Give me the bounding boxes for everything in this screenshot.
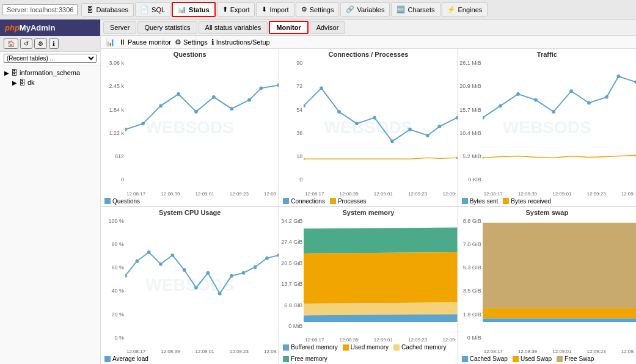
svg-point-16: [408, 128, 412, 131]
svg-memory: [304, 217, 457, 323]
y-axis-connections: 90725436180: [279, 59, 304, 184]
chart-questions-title: Questions: [101, 49, 279, 59]
legend-item-bytes-received: Bytes received: [503, 198, 551, 205]
svg-traffic: [483, 59, 636, 165]
svg-marker-48: [304, 227, 457, 253]
tab-engines[interactable]: ⚡Engines: [442, 2, 488, 16]
sub-tab-advisor[interactable]: Advisor: [310, 21, 346, 34]
sub-navigation: Server Query statistics All status varia…: [101, 20, 636, 36]
x-axis-traffic: 12:08:1712:08:3912:09:0112:09:2312:09:: [483, 191, 636, 197]
tab-variables[interactable]: 🔗Variables: [340, 2, 390, 16]
legend-swap: Cached Swap Used Swap Free Swap: [458, 354, 636, 364]
settings-icon: ⚙: [301, 5, 307, 13]
legend-color-avg-load: [104, 356, 111, 362]
instructions-btn[interactable]: ℹ Instructions/Setup: [211, 38, 270, 46]
chart-memory-area: WEBSODS 34.2 GiB27.4 GiB20.5 GiB13.7 GiB…: [279, 217, 457, 343]
svg-point-2: [159, 104, 163, 107]
svg-point-9: [277, 84, 279, 87]
sidebar-home-btn[interactable]: 🏠: [4, 38, 18, 49]
main-layout: phpMyAdmin 🏠 ↺ ⚙ ℹ (Recent tables) ... ▶…: [0, 20, 636, 364]
sidebar-info-btn[interactable]: ℹ: [49, 38, 59, 49]
svg-point-37: [159, 262, 163, 266]
chart-connections: Connections / Processes WEBSODS 90725436…: [279, 49, 457, 206]
svg-marker-53: [483, 308, 636, 318]
svg-point-40: [194, 286, 198, 289]
sidebar-settings-btn[interactable]: ⚙: [34, 38, 47, 49]
svg-point-26: [552, 110, 555, 114]
sub-tab-query-statistics[interactable]: Query statistics: [137, 21, 197, 34]
content-area: Server Query statistics All status varia…: [101, 20, 636, 364]
pause-icon: ⏸: [119, 38, 126, 46]
svg-point-3: [177, 92, 180, 96]
legend-item-used-memory: Used memory: [343, 344, 389, 351]
svg-point-7: [247, 98, 251, 102]
svg-questions: [125, 59, 279, 165]
chart-questions-area: WEBSODS 3.06 k2.45 k1.84 k1.22 k6120: [101, 59, 279, 197]
sql-icon: 📄: [141, 5, 149, 13]
svg-point-17: [426, 134, 429, 137]
legend-item-processes: Processes: [330, 198, 367, 205]
chart-swap-title: System swap: [458, 207, 636, 217]
db-item-dk[interactable]: ▶ 🗄 dk: [2, 78, 98, 87]
svg-point-15: [390, 139, 394, 143]
db-icon: 🗄: [11, 69, 18, 76]
legend-color-bytes-sent: [462, 198, 468, 204]
db-item-information-schema[interactable]: ▶ 🗄 information_schema: [2, 68, 98, 78]
sub-tab-server[interactable]: Server: [103, 21, 136, 34]
chart-connections-area: WEBSODS 90725436180: [279, 59, 457, 197]
chart-traffic-area: WEBSODS 26.1 MiB20.9 MiB15.7 MiB10.4 MiB…: [458, 59, 636, 197]
svg-point-8: [259, 86, 263, 90]
legend-color-cached-swap: [462, 356, 468, 362]
sub-tab-all-status-variables[interactable]: All status variables: [199, 21, 268, 34]
x-axis-questions: 12:08:1712:08:3912:09:0112:09:2312:09:: [125, 191, 279, 197]
monitor-settings-btn[interactable]: ⚙ Settings: [175, 38, 208, 46]
recent-tables-select[interactable]: (Recent tables) ...: [4, 54, 97, 63]
legend-item-used-swap: Used Swap: [513, 355, 552, 362]
tab-status[interactable]: 📊Status: [172, 2, 216, 17]
tab-charsets[interactable]: 🔤Charsets: [391, 2, 440, 16]
legend-color-processes: [330, 198, 336, 204]
tab-sql[interactable]: 📄SQL: [135, 2, 170, 16]
tab-export[interactable]: ⬆Export: [217, 2, 255, 16]
legend-item-free-memory: Free memory: [283, 355, 327, 362]
svg-point-14: [373, 116, 376, 120]
legend-memory: Buffered memory Used memory Cached memor…: [279, 343, 457, 364]
tab-databases[interactable]: 🗄Databases: [81, 3, 134, 16]
legend-item-free-swap: Free Swap: [557, 355, 594, 362]
chart-swap: System swap WEBSODS 8.8 GiB7.0 GiB5.3 Gi…: [458, 207, 636, 365]
x-axis-cpu: 12:08:1712:08:3912:09:0112:09:2312:09:: [125, 349, 279, 354]
svg-point-21: [456, 156, 458, 159]
charts-grid: Questions WEBSODS 3.06 k2.45 k1.84 k1.22…: [101, 49, 636, 364]
gear-icon: ⚙: [175, 38, 181, 46]
svg-point-4: [194, 110, 198, 114]
recent-tables-selector[interactable]: (Recent tables) ...: [0, 52, 100, 65]
server-label: Server: localhost:3306: [2, 4, 78, 15]
info-icon: ℹ: [211, 38, 214, 46]
legend-color-used-memory: [343, 344, 349, 351]
svg-point-47: [277, 253, 279, 257]
chart-questions: Questions WEBSODS 3.06 k2.45 k1.84 k1.22…: [101, 49, 279, 206]
legend-color-questions: [104, 198, 111, 204]
legend-connections: Connections Processes: [279, 197, 457, 206]
sub-tab-monitor[interactable]: Monitor: [269, 21, 308, 34]
svg-point-5: [212, 95, 216, 99]
x-axis-memory: 12:08:1712:08:3912:09:0112:09:2312:09:: [304, 337, 457, 343]
tab-settings[interactable]: ⚙Settings: [296, 2, 340, 16]
legend-color-free-swap: [557, 356, 563, 362]
svg-point-30: [616, 75, 620, 78]
svg-marker-49: [304, 252, 457, 303]
chart-cpu-title: System CPU Usage: [101, 207, 279, 217]
pause-monitor-btn[interactable]: ⏸ Pause monitor: [119, 38, 171, 46]
svg-point-23: [499, 104, 502, 107]
y-axis-memory: 34.2 GiB27.4 GiB20.5 GiB13.7 GiB6.8 GiB0…: [279, 217, 304, 331]
legend-color-used-swap: [513, 356, 519, 362]
svg-point-32: [483, 156, 484, 159]
svg-point-18: [438, 125, 442, 128]
chart-icon: 📊: [106, 38, 115, 46]
sidebar-reload-btn[interactable]: ↺: [20, 38, 32, 49]
tab-import[interactable]: ⬇Import: [256, 2, 294, 16]
sidebar: phpMyAdmin 🏠 ↺ ⚙ ℹ (Recent tables) ... ▶…: [0, 20, 101, 364]
svg-swap: [483, 217, 636, 323]
svg-point-28: [587, 101, 591, 105]
legend-item-cached-memory: Cached memory: [393, 344, 446, 351]
